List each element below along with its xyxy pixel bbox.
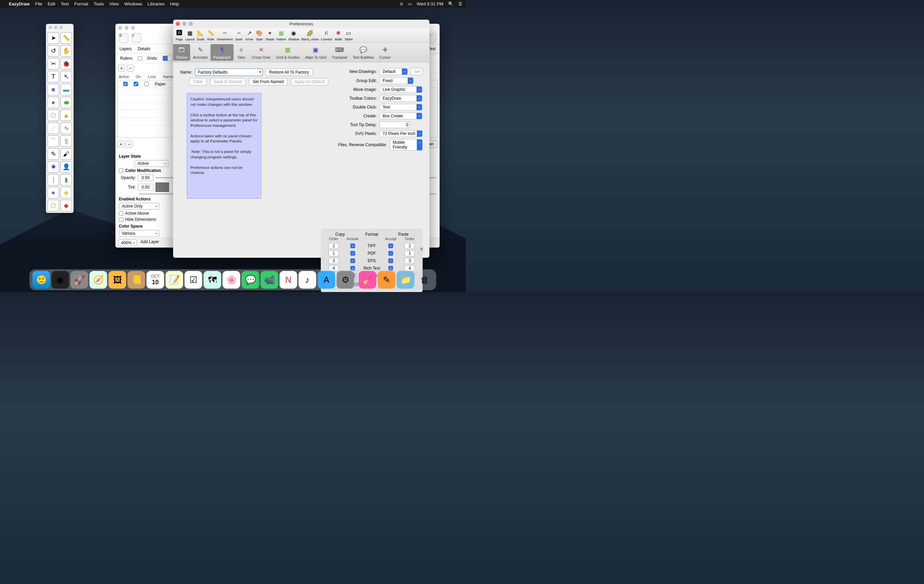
paste-order-input[interactable]: 1 bbox=[404, 250, 415, 257]
shade-icon[interactable]: ● bbox=[266, 29, 274, 37]
tint-input[interactable] bbox=[138, 184, 153, 191]
layer-lock[interactable] bbox=[144, 82, 148, 86]
hide-dims-checkbox[interactable] bbox=[119, 217, 123, 222]
menu-windows[interactable]: Windows bbox=[124, 2, 142, 7]
copy-order-input[interactable]: 1 bbox=[328, 250, 339, 257]
triangle-tool[interactable]: ▲ bbox=[60, 110, 72, 121]
arrow-icon[interactable]: ↗ bbox=[245, 29, 253, 37]
circle-tool[interactable]: ● bbox=[48, 97, 59, 108]
dock-maps[interactable]: 🗺 bbox=[204, 271, 221, 289]
accept-checkbox[interactable]: ✓ bbox=[388, 251, 393, 256]
curve-tool[interactable]: ∿ bbox=[60, 122, 72, 134]
paste-order-input[interactable]: 2 bbox=[404, 243, 415, 249]
zoom-select[interactable]: 400% bbox=[118, 239, 137, 246]
set-from-named-button[interactable]: Set From Named bbox=[249, 78, 287, 86]
new-drawings-select[interactable]: Default bbox=[380, 68, 408, 75]
dock-safari[interactable]: 🧭 bbox=[90, 271, 107, 289]
opacity-input[interactable] bbox=[138, 174, 153, 181]
layer-state-select[interactable]: Active bbox=[134, 160, 168, 167]
clear-button[interactable]: Clear bbox=[190, 78, 207, 86]
text-tool[interactable]: T bbox=[48, 71, 59, 82]
accept-checkbox[interactable]: ✓ bbox=[388, 258, 393, 263]
menu-text[interactable]: Text bbox=[61, 2, 69, 7]
tooltip-delay-input[interactable] bbox=[380, 122, 410, 128]
close-button[interactable] bbox=[176, 22, 180, 26]
layer-on[interactable] bbox=[134, 82, 138, 86]
line-tool[interactable]: ／ bbox=[48, 122, 59, 134]
dock-reminders[interactable]: ☑ bbox=[185, 271, 202, 289]
dock-notes[interactable]: 📝 bbox=[166, 271, 183, 289]
include-checkbox[interactable]: ✓ bbox=[350, 258, 355, 263]
add-layer-link[interactable]: Add Layer bbox=[140, 239, 159, 246]
tab-crossover[interactable]: ✕Cross Over bbox=[249, 44, 274, 61]
pattern-icon[interactable]: ▦ bbox=[277, 29, 285, 37]
flag-tool[interactable]: ▮ bbox=[60, 174, 72, 186]
tab-annotate[interactable]: ✎Annotate bbox=[190, 44, 210, 61]
dock-cleaner[interactable]: 🧹 bbox=[359, 271, 376, 289]
app-name[interactable]: EazyDraw bbox=[9, 2, 30, 7]
tab-align[interactable]: ▣Align To Grid bbox=[302, 44, 329, 61]
spotlight-icon[interactable]: 🔍 bbox=[448, 2, 454, 7]
pencil-tool[interactable]: ✎ bbox=[48, 148, 59, 160]
group-edit-select[interactable]: Fixed bbox=[380, 77, 413, 84]
rulers-checkbox[interactable] bbox=[138, 56, 142, 61]
accept-checkbox[interactable]: ✓ bbox=[388, 243, 393, 248]
gem-tool[interactable]: ◆ bbox=[60, 200, 72, 211]
clock[interactable]: Wed 9:31 PM bbox=[416, 2, 443, 7]
enabled-actions-select[interactable]: Active Only bbox=[119, 203, 160, 210]
toolbar-colors-select[interactable]: EazyDraw bbox=[380, 95, 422, 102]
shadow-icon[interactable]: ◉ bbox=[290, 29, 298, 37]
dock-finder[interactable]: 🙂 bbox=[33, 271, 50, 289]
dock-launchpad[interactable]: 🚀 bbox=[71, 271, 88, 289]
scale-icon[interactable]: 📐 bbox=[196, 29, 205, 37]
svg-pixels-select[interactable]: 72 Pixels Per Inch bbox=[380, 130, 422, 137]
dock-calendar[interactable]: OCT10 bbox=[147, 271, 164, 289]
ruler-icon[interactable]: 📏 bbox=[207, 29, 215, 37]
menu-help[interactable]: Help bbox=[170, 2, 179, 7]
brush-tool[interactable]: 🖌 bbox=[60, 148, 72, 160]
square-tool[interactable]: ■ bbox=[48, 84, 59, 95]
menu-libraries[interactable]: Libraries bbox=[148, 2, 165, 7]
tint-swatch[interactable] bbox=[155, 183, 169, 192]
add-layer-button[interactable]: + bbox=[117, 141, 124, 148]
connect-icon[interactable]: ⎌ bbox=[322, 29, 331, 37]
double-click-select[interactable]: Text bbox=[380, 104, 422, 110]
displays-icon[interactable]: ▭ bbox=[408, 2, 412, 7]
pentagon-tool[interactable]: ⬠ bbox=[48, 110, 59, 121]
files-compat-select[interactable]: Mobile Friendly bbox=[390, 139, 422, 151]
tab-bubbles[interactable]: 💬Text Bubbles bbox=[350, 44, 377, 61]
spiral-tool[interactable]: § bbox=[60, 135, 72, 147]
dock-preview[interactable]: 🖼 bbox=[109, 271, 126, 289]
tab-grid[interactable]: ▦Grid & Guides bbox=[273, 44, 302, 61]
dock-messages[interactable]: 💬 bbox=[242, 271, 259, 289]
remove-layer-button[interactable]: − bbox=[125, 141, 132, 148]
color-mod-checkbox[interactable] bbox=[119, 169, 123, 173]
paste-order-input[interactable]: 3 bbox=[404, 258, 415, 264]
dock-systemprefs[interactable]: ⚙ bbox=[337, 271, 355, 289]
bug-tool[interactable]: 🐞 bbox=[60, 58, 72, 69]
page-icon[interactable]: 🅰 bbox=[175, 29, 183, 37]
active-above-checkbox[interactable] bbox=[119, 211, 123, 216]
measure-tool[interactable]: 📏 bbox=[60, 32, 72, 44]
restore-button[interactable]: Restore All To Factory bbox=[266, 69, 313, 76]
include-checkbox[interactable]: ✓ bbox=[350, 243, 355, 248]
color-space-select[interactable]: Various bbox=[119, 230, 160, 237]
rotate-tool[interactable]: ↺ bbox=[48, 45, 59, 57]
save-named-button[interactable]: Save to Named bbox=[210, 78, 246, 86]
dock-itunes[interactable]: ♪ bbox=[299, 271, 316, 289]
dock-facetime[interactable]: 📹 bbox=[261, 271, 278, 289]
style-icon[interactable]: 🎨 bbox=[255, 29, 263, 37]
dock-news[interactable]: N bbox=[280, 271, 297, 289]
tab-theme[interactable]: 🗔Theme bbox=[173, 44, 190, 61]
dock-appstore[interactable]: A bbox=[318, 271, 335, 289]
menu-file[interactable]: File bbox=[35, 2, 42, 7]
dock-trash[interactable]: 🗑 bbox=[416, 271, 434, 289]
doc-tb-layers-icon[interactable]: ≣ bbox=[119, 33, 128, 43]
notifications-icon[interactable]: ☰ bbox=[458, 2, 462, 7]
zoom-button[interactable] bbox=[189, 22, 193, 26]
copy-order-input[interactable]: 2 bbox=[328, 243, 339, 249]
dock-downloads[interactable]: 📁 bbox=[397, 271, 414, 289]
add-config-button[interactable]: + bbox=[118, 65, 125, 72]
help-button[interactable]: ? bbox=[418, 246, 425, 253]
walls-icon[interactable]: ✱ bbox=[334, 29, 343, 37]
